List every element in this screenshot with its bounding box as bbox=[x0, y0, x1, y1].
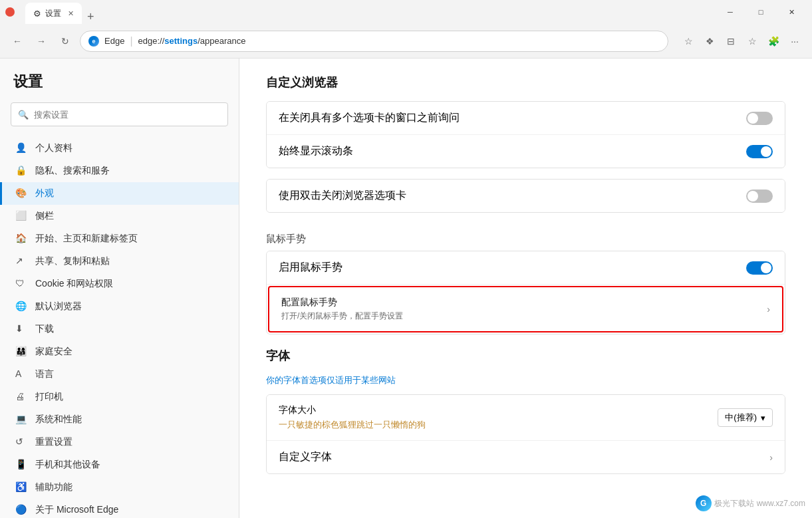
phone-icon: 📱 bbox=[15, 459, 27, 471]
family-icon: 👨‍👩‍👧 bbox=[15, 346, 27, 358]
minimize-button[interactable]: ─ bbox=[715, 0, 745, 24]
about-icon: 🔵 bbox=[15, 504, 27, 516]
browser-essentials-button[interactable]: ☆ bbox=[743, 32, 761, 51]
font-size-select[interactable]: 中(推荐) ▾ bbox=[718, 408, 773, 427]
font-size-label: 字体大小 bbox=[279, 404, 426, 416]
phone-label: 手机和其他设备 bbox=[35, 459, 100, 471]
new-tab-button[interactable]: + bbox=[82, 10, 100, 24]
edge-label: Edge bbox=[104, 36, 124, 46]
nav-item-privacy[interactable]: 🔒 隐私、搜索和服务 bbox=[0, 160, 239, 182]
custom-font-chevron: › bbox=[769, 452, 773, 463]
edge-favicon: e bbox=[88, 36, 99, 47]
nav-item-print[interactable]: 🖨 打印机 bbox=[0, 386, 239, 408]
nav-item-start[interactable]: 🏠 开始、主页和新建标签页 bbox=[0, 227, 239, 250]
traffic-light bbox=[5, 7, 15, 17]
appearance-label: 外观 bbox=[35, 188, 54, 199]
settings-tab[interactable]: ⚙ 设置 ✕ bbox=[25, 3, 82, 24]
configure-mouse-gesture-row[interactable]: 配置鼠标手势 打开/关闭鼠标手势，配置手势设置 › bbox=[268, 286, 783, 332]
watermark: G 极光下载站 www.xz7.com bbox=[696, 495, 805, 511]
tab-close-button[interactable]: ✕ bbox=[68, 9, 74, 18]
privacy-icon: 🔒 bbox=[15, 165, 27, 177]
address-box[interactable]: e Edge | edge://settings/appearance bbox=[80, 31, 668, 52]
font-size-row: 字体大小 一只敏捷的棕色狐狸跳过一只懒惰的狗 中(推荐) ▾ bbox=[267, 395, 785, 441]
mouse-gesture-group: 启用鼠标手势 配置鼠标手势 打开/关闭鼠标手势，配置手势设置 › bbox=[266, 251, 785, 334]
scrollbar-row: 始终显示滚动条 bbox=[267, 135, 785, 168]
collections-button[interactable]: ❖ bbox=[700, 32, 719, 51]
main-layout: 设置 🔍 👤 个人资料 🔒 隐私、搜索和服务 🎨 外观 ⬜ 侧栏 🏠 开始、主页… bbox=[0, 59, 812, 518]
nav-item-cookies[interactable]: 🛡 Cookie 和网站权限 bbox=[0, 273, 239, 295]
nav-item-language[interactable]: A 语言 bbox=[0, 363, 239, 386]
close-dot[interactable] bbox=[5, 7, 15, 17]
double-click-row: 使用双击关闭浏览器选项卡 bbox=[267, 180, 785, 212]
nav-item-family[interactable]: 👨‍👩‍👧 家庭安全 bbox=[0, 340, 239, 363]
custom-font-row[interactable]: 自定义字体 › bbox=[267, 441, 785, 473]
watermark-label: 极光下载站 bbox=[714, 498, 754, 509]
nav-item-phone[interactable]: 📱 手机和其他设备 bbox=[0, 453, 239, 476]
reset-icon: ↺ bbox=[15, 436, 27, 448]
content-area: 自定义浏览器 在关闭具有多个选项卡的窗口之前询问 始终显示滚动条 使用双击关闭浏… bbox=[239, 59, 812, 518]
sidebar-label: 侧栏 bbox=[35, 210, 54, 222]
downloads-label: 下载 bbox=[35, 323, 54, 335]
double-click-knob bbox=[747, 191, 758, 201]
window-controls: ─ □ ✕ bbox=[715, 0, 807, 24]
font-title: 字体 bbox=[266, 348, 785, 364]
nav-item-profile[interactable]: 👤 个人资料 bbox=[0, 137, 239, 160]
nav-item-share[interactable]: ↗ 共享、复制和粘贴 bbox=[0, 250, 239, 273]
nav-item-accessibility[interactable]: ♿ 辅助功能 bbox=[0, 476, 239, 499]
extensions-button[interactable]: 🧩 bbox=[764, 32, 783, 51]
close-warning-label: 在关闭具有多个选项卡的窗口之前询问 bbox=[279, 111, 460, 125]
custom-font-label: 自定义字体 bbox=[279, 450, 332, 464]
browser-settings-group: 在关闭具有多个选项卡的窗口之前询问 始终显示滚动条 bbox=[266, 101, 785, 168]
tab-bar: ⚙ 设置 ✕ + bbox=[20, 0, 710, 24]
font-settings-group: 字体大小 一只敏捷的棕色狐狸跳过一只懒惰的狗 中(推荐) ▾ 自定义字体 › bbox=[266, 394, 785, 474]
nav-item-about[interactable]: 🔵 关于 Microsoft Edge bbox=[0, 499, 239, 518]
system-icon: 💻 bbox=[15, 414, 27, 426]
print-label: 打印机 bbox=[35, 391, 63, 403]
nav-item-sidebar[interactable]: ⬜ 侧栏 bbox=[0, 205, 239, 227]
reset-label: 重置设置 bbox=[35, 436, 72, 448]
scrollbar-toggle[interactable] bbox=[746, 145, 773, 158]
back-button[interactable]: ← bbox=[8, 32, 27, 51]
nav-item-system[interactable]: 💻 系统和性能 bbox=[0, 408, 239, 431]
more-button[interactable]: ··· bbox=[785, 32, 804, 51]
downloads-icon: ⬇ bbox=[15, 323, 27, 335]
watermark-site: www.xz7.com bbox=[757, 499, 805, 508]
address-url: edge://settings/appearance bbox=[138, 36, 246, 46]
profile-label: 个人资料 bbox=[35, 142, 72, 154]
share-icon: ↗ bbox=[15, 255, 27, 267]
mouse-gesture-knob bbox=[761, 263, 771, 273]
family-label: 家庭安全 bbox=[35, 346, 72, 358]
watermark-logo: G bbox=[696, 495, 712, 511]
maximize-button[interactable]: □ bbox=[745, 0, 776, 24]
font-size-text: 字体大小 一只敏捷的棕色狐狸跳过一只懒惰的狗 bbox=[279, 404, 426, 431]
search-input[interactable] bbox=[34, 110, 221, 120]
default-label: 默认浏览器 bbox=[35, 301, 82, 313]
tab-title: 设置 bbox=[45, 8, 61, 19]
toolbar-icons: ☆ ❖ ⊟ ☆ 🧩 ··· bbox=[679, 32, 804, 51]
nav-item-reset[interactable]: ↺ 重置设置 bbox=[0, 431, 239, 453]
nav-item-downloads[interactable]: ⬇ 下载 bbox=[0, 318, 239, 340]
close-warning-toggle[interactable] bbox=[746, 112, 773, 125]
split-screen-button[interactable]: ⊟ bbox=[722, 32, 740, 51]
mouse-gesture-toggle[interactable] bbox=[746, 261, 773, 275]
accessibility-icon: ♿ bbox=[15, 481, 27, 493]
nav-item-appearance[interactable]: 🎨 外观 bbox=[0, 182, 239, 205]
close-window-button[interactable]: ✕ bbox=[776, 0, 807, 24]
enable-mouse-gesture-label: 启用鼠标手势 bbox=[279, 261, 342, 275]
forward-button[interactable]: → bbox=[32, 32, 51, 51]
double-click-toggle[interactable] bbox=[746, 190, 773, 203]
share-label: 共享、复制和粘贴 bbox=[35, 255, 110, 267]
print-icon: 🖨 bbox=[15, 391, 27, 403]
privacy-label: 隐私、搜索和服务 bbox=[35, 165, 110, 177]
scrollbar-label: 始终显示滚动条 bbox=[279, 144, 353, 158]
font-note: 你的字体首选项仅适用于某些网站 bbox=[266, 374, 785, 386]
configure-mouse-gesture-text: 配置鼠标手势 打开/关闭鼠标手势，配置手势设置 bbox=[281, 297, 403, 322]
search-box[interactable]: 🔍 bbox=[11, 102, 228, 126]
nav-item-default[interactable]: 🌐 默认浏览器 bbox=[0, 295, 239, 318]
favorites-button[interactable]: ☆ bbox=[679, 32, 698, 51]
font-size-value: 中(推荐) bbox=[725, 412, 757, 424]
refresh-button[interactable]: ↻ bbox=[56, 32, 74, 51]
double-click-group: 使用双击关闭浏览器选项卡 bbox=[266, 179, 785, 213]
sidebar-title: 设置 bbox=[0, 72, 239, 102]
close-warning-row: 在关闭具有多个选项卡的窗口之前询问 bbox=[267, 102, 785, 135]
